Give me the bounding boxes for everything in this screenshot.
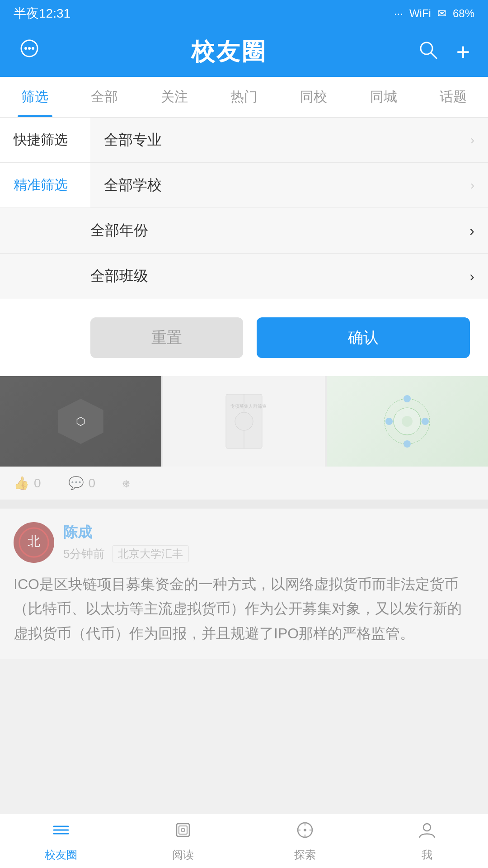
nav-read[interactable]: 阅读 [122, 820, 244, 862]
main-tab-bar: 筛选 全部 关注 热门 同校 同城 话题 [0, 77, 488, 118]
tab-all[interactable]: 全部 [70, 77, 139, 117]
precise-filter-label: 精准筛选 [0, 163, 90, 208]
year-option-text: 全部年份 [90, 221, 148, 241]
share-icon: ⎈ [122, 476, 130, 491]
nav-read-label: 阅读 [172, 848, 194, 862]
class-option-text: 全部班级 [90, 266, 148, 286]
nav-home[interactable]: 校友圈 [0, 820, 122, 862]
svg-text:人群筛查: 人群筛查 [249, 404, 267, 409]
svg-point-13 [402, 416, 413, 427]
tab-city[interactable]: 同城 [348, 77, 418, 117]
svg-text:专项募集: 专项募集 [230, 404, 249, 409]
nav-explore[interactable]: 探索 [244, 820, 366, 862]
svg-point-16 [404, 395, 411, 402]
post-image-2: 专项募集 人群筛查 [163, 376, 324, 467]
app-title: 校友圈 [191, 36, 267, 68]
nav-explore-label: 探索 [294, 848, 316, 862]
chevron-right-icon-2: › [470, 178, 474, 193]
add-icon[interactable]: + [456, 38, 470, 66]
header: 校友圈 + [0, 27, 488, 77]
chevron-right-icon-4: › [469, 268, 474, 285]
svg-point-8 [235, 412, 253, 430]
battery-icon: 68% [453, 7, 474, 20]
status-bar: 半夜12:31 ··· WiFi ✉ 68% [0, 0, 488, 27]
post-image-1: ⬡ [0, 376, 161, 467]
signal-icon: ··· [394, 7, 403, 20]
tab-topic[interactable]: 话题 [418, 77, 488, 117]
year-filter-row: 全部年份 › [0, 208, 488, 254]
svg-rect-26 [179, 826, 187, 834]
quick-filter-label: 快捷筛选 [0, 118, 90, 162]
status-time: 半夜12:31 [14, 5, 70, 22]
status-icons: ··· WiFi ✉ 68% [394, 7, 474, 20]
reset-button[interactable]: 重置 [90, 317, 243, 358]
filter-panel: 快捷筛选 全部专业 › 精准筛选 全部学校 › 全部年份 › 全部班级 › 重置… [0, 118, 488, 376]
major-option-text: 全部专业 [104, 130, 162, 150]
comment-action: 💬 0 [68, 476, 96, 491]
tab-filter[interactable]: 筛选 [0, 77, 70, 117]
post-author: 陈成 [63, 523, 474, 542]
filter-actions: 重置 确认 [0, 299, 488, 376]
tab-follow[interactable]: 关注 [140, 77, 209, 117]
post-content: ICO是区块链项目募集资金的一种方式，以网络虚拟货币而非法定货币（比特币、以太坊… [14, 572, 474, 646]
svg-point-29 [304, 829, 306, 831]
tab-school[interactable]: 同校 [279, 77, 348, 117]
class-filter-row: 全部班级 › [0, 254, 488, 299]
school-filter-option[interactable]: 全部学校 › [90, 163, 488, 208]
svg-point-15 [422, 418, 429, 425]
nav-me-label: 我 [422, 848, 432, 862]
like-icon: 👍 [14, 476, 29, 491]
svg-line-5 [431, 53, 436, 58]
search-icon[interactable] [418, 39, 438, 65]
svg-point-2 [28, 47, 31, 50]
precise-filter-school-row: 精准筛选 全部学校 › [0, 163, 488, 208]
year-filter-option[interactable]: 全部年份 › [0, 208, 488, 253]
post-school-tag: 北京大学汇丰 [112, 545, 189, 562]
major-filter-option[interactable]: 全部专业 › [90, 118, 488, 162]
svg-point-3 [32, 47, 34, 50]
comment-count: 0 [89, 476, 96, 491]
hex-diagram: ⬡ [58, 399, 103, 444]
bottom-nav: 校友圈 阅读 探索 [0, 814, 488, 868]
like-action: 👍 0 [14, 476, 41, 491]
share-action: ⎈ [122, 476, 130, 491]
nav-me[interactable]: 我 [366, 820, 488, 862]
nav-home-label: 校友圈 [45, 848, 77, 862]
post-images: ⬡ 专项募集 人群筛查 [0, 376, 488, 467]
message-icon[interactable] [18, 38, 41, 66]
class-filter-option[interactable]: 全部班级 › [0, 254, 488, 299]
svg-point-34 [423, 824, 431, 831]
svg-point-17 [404, 440, 411, 448]
mail-icon: ✉ [437, 7, 446, 20]
post-meta: 陈成 5分钟前 北京大学汇丰 [63, 523, 474, 562]
author-avatar: 北 [14, 522, 54, 563]
comment-icon: 💬 [68, 476, 84, 491]
post-header: 北 陈成 5分钟前 北京大学汇丰 [14, 522, 474, 563]
post-action-bar: 👍 0 💬 0 ⎈ [0, 467, 488, 500]
background-content: ⬡ 专项募集 人群筛查 [0, 376, 488, 659]
header-actions: + [418, 38, 470, 66]
chevron-right-icon-3: › [469, 222, 474, 239]
svg-text:北: 北 [28, 534, 40, 548]
svg-point-1 [24, 47, 27, 50]
explore-icon [295, 820, 315, 844]
confirm-button[interactable]: 确认 [257, 317, 470, 358]
svg-point-14 [385, 418, 393, 425]
quick-filter-row: 快捷筛选 全部专业 › [0, 118, 488, 163]
profile-icon [417, 820, 437, 844]
read-icon [173, 820, 193, 844]
post-card: 北 陈成 5分钟前 北京大学汇丰 ICO是区块链项目募集资金的一种方式，以网络虚… [0, 509, 488, 659]
school-option-text: 全部学校 [104, 175, 162, 195]
chevron-right-icon: › [470, 133, 474, 147]
tab-hot[interactable]: 热门 [209, 77, 279, 117]
post-info: 5分钟前 北京大学汇丰 [63, 545, 474, 562]
post-image-3 [327, 376, 488, 467]
post-time: 5分钟前 [63, 546, 105, 562]
wifi-icon: WiFi [409, 7, 431, 20]
like-count: 0 [34, 476, 41, 491]
home-icon [51, 820, 71, 844]
svg-point-27 [181, 828, 185, 832]
